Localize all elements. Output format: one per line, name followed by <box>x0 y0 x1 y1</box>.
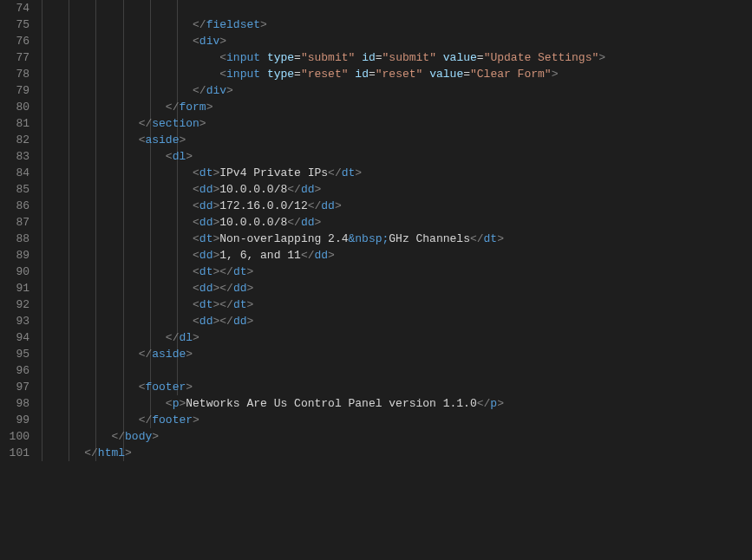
line-number: 82 <box>0 132 29 148</box>
token-tag: div <box>206 84 226 97</box>
code-line[interactable]: <dd></dd> <box>57 280 752 296</box>
code-line[interactable] <box>57 362 752 379</box>
token-bracket: </ <box>219 282 233 295</box>
token-bracket: < <box>193 232 199 245</box>
token-bracket: > <box>226 84 233 97</box>
code-line[interactable]: </form> <box>57 99 752 115</box>
token-tag: dl <box>173 150 186 163</box>
code-line[interactable]: </section> <box>57 115 752 132</box>
token-bracket: < <box>166 150 173 163</box>
token-text <box>422 68 429 81</box>
token-bracket: > <box>206 101 213 114</box>
token-tag: dd <box>199 199 213 212</box>
code-line[interactable] <box>57 0 752 16</box>
code-editor[interactable]: 7475767778798081828384858687888990919293… <box>0 0 752 560</box>
token-bracket: </ <box>287 183 301 196</box>
token-bracket: > <box>315 183 322 196</box>
token-str: "Clear Form" <box>470 68 552 81</box>
code-line[interactable]: <dt></dt> <box>57 264 752 280</box>
code-line[interactable]: <input type="reset" id="reset" value="Cl… <box>57 66 752 82</box>
line-number: 91 <box>0 280 29 296</box>
code-line[interactable]: </aside> <box>57 346 752 362</box>
token-attr: value <box>443 51 477 64</box>
code-lines[interactable]: </fieldset> <div> <input type="submit" i… <box>57 0 752 461</box>
code-line[interactable]: <dl> <box>57 148 752 165</box>
token-bracket: > <box>598 51 605 64</box>
token-bracket: </ <box>193 84 206 97</box>
token-tag: form <box>179 101 206 114</box>
token-bracket: < <box>219 51 226 64</box>
line-number: 79 <box>0 82 29 99</box>
token-tag: input <box>226 68 260 81</box>
token-bracket: > <box>246 282 253 295</box>
line-number: 97 <box>0 379 29 395</box>
line-number: 87 <box>0 214 29 231</box>
code-content-area[interactable]: </fieldset> <div> <input type="submit" i… <box>42 0 752 560</box>
token-str: "reset" <box>301 68 349 81</box>
token-bracket: > <box>199 117 206 130</box>
token-bracket: </ <box>219 298 233 311</box>
token-tag: dd <box>199 249 213 262</box>
token-str: "Update Settings" <box>484 51 599 64</box>
token-text: = <box>294 51 301 64</box>
token-bracket: </ <box>139 348 153 361</box>
token-tag: dt <box>233 298 247 311</box>
line-number: 90 <box>0 264 29 280</box>
token-tag: dd <box>199 282 213 295</box>
code-line[interactable]: <footer> <box>57 379 752 395</box>
code-line[interactable]: <p>Networks Are Us Control Panel version… <box>57 395 752 412</box>
code-line[interactable]: <dd>10.0.0.0/8</dd> <box>57 214 752 231</box>
line-number: 96 <box>0 362 29 379</box>
token-bracket: < <box>193 315 199 328</box>
token-tag: footer <box>152 413 193 427</box>
code-line[interactable]: <dt>Non-overlapping 2.4&nbsp;GHz Channel… <box>57 231 752 247</box>
token-bracket: </ <box>219 315 233 328</box>
code-line[interactable]: </div> <box>57 82 752 99</box>
code-line[interactable]: </footer> <box>57 412 752 428</box>
token-bracket: </ <box>139 117 153 130</box>
token-tag: dd <box>301 183 315 196</box>
token-bracket: </ <box>111 430 125 443</box>
token-text: Non-overlapping 2.4 <box>219 232 348 245</box>
line-number: 85 <box>0 181 29 198</box>
token-bracket: </ <box>166 331 180 344</box>
code-line[interactable]: <dd>172.16.0.0/12</dd> <box>57 198 752 214</box>
line-number: 94 <box>0 329 29 346</box>
token-attr: type <box>267 68 294 81</box>
token-tag: dd <box>199 183 213 196</box>
token-bracket: </ <box>477 397 491 410</box>
code-line[interactable]: <aside> <box>57 132 752 148</box>
token-bracket: > <box>246 265 253 278</box>
code-line[interactable]: </dl> <box>57 329 752 346</box>
code-line[interactable]: <dt></dt> <box>57 296 752 313</box>
token-text <box>260 68 267 81</box>
line-number: 89 <box>0 247 29 264</box>
token-bracket: </ <box>308 199 322 212</box>
line-number: 80 <box>0 99 29 115</box>
token-tag: dt <box>342 166 356 179</box>
token-tag: dt <box>199 298 213 311</box>
token-tag: dd <box>301 216 315 229</box>
line-number: 86 <box>0 198 29 214</box>
token-tag: dl <box>179 331 193 344</box>
token-bracket: < <box>193 282 199 295</box>
token-bracket: < <box>193 249 199 262</box>
code-line[interactable]: <dd></dd> <box>57 313 752 329</box>
token-tag: dd <box>233 315 247 328</box>
token-text <box>260 51 267 64</box>
token-bracket: </ <box>287 216 301 229</box>
code-line[interactable]: </body> <box>57 428 752 445</box>
token-bracket: < <box>193 298 199 311</box>
code-line[interactable]: <dd>1, 6, and 11</dd> <box>57 247 752 264</box>
code-line[interactable]: <dd>10.0.0.0/8</dd> <box>57 181 752 198</box>
line-number: 81 <box>0 115 29 132</box>
line-number: 98 <box>0 395 29 412</box>
token-bracket: > <box>497 397 504 410</box>
code-line[interactable]: <input type="submit" id="submit" value="… <box>57 49 752 66</box>
code-line[interactable]: <dt>IPv4 Private IPs</dt> <box>57 165 752 181</box>
indent-guide <box>42 0 43 461</box>
line-number: 101 <box>0 445 29 461</box>
code-line[interactable]: </fieldset> <box>57 16 752 33</box>
code-line[interactable]: <div> <box>57 33 752 49</box>
code-line[interactable]: </html> <box>57 445 752 461</box>
